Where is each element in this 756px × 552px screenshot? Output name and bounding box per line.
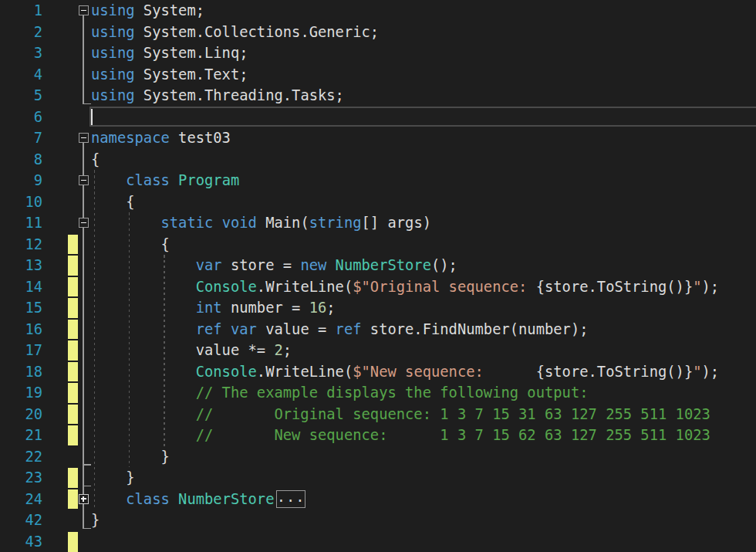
code-text[interactable]: // New sequence: 1 3 7 15 62 63 127 255 …	[91, 425, 710, 446]
token-number: 2	[274, 342, 282, 358]
line-number[interactable]: 20	[0, 404, 42, 425]
line-number[interactable]: 11	[0, 212, 42, 234]
code-text[interactable]: namespace test03	[91, 127, 231, 149]
code-line[interactable]: 5using System.Threading.Tasks;	[0, 85, 756, 107]
code-line[interactable]: 1using System;	[0, 0, 756, 22]
code-line[interactable]: 17 value *= 2;	[0, 340, 756, 361]
change-tracking-bar	[68, 468, 78, 488]
code-line[interactable]: 16 ref var value = ref store.FindNumber(…	[0, 319, 756, 340]
line-number[interactable]: 13	[0, 255, 42, 276]
code-line[interactable]: 22 }	[0, 446, 756, 468]
code-text[interactable]: }	[91, 467, 135, 489]
code-text[interactable]: // Original sequence: 1 3 7 15 31 63 127…	[91, 404, 710, 425]
fold-collapse-icon[interactable]	[79, 5, 89, 15]
token-string: "	[693, 279, 701, 295]
code-line[interactable]: 4using System.Text;	[0, 64, 756, 86]
token-keyword: var	[231, 321, 257, 337]
code-text[interactable]: static void Main(string[] args)	[91, 212, 431, 234]
outlining-line[interactable]	[83, 15, 84, 104]
code-line[interactable]: 21 // New sequence: 1 3 7 15 62 63 127 2…	[0, 425, 756, 446]
fold-expand-icon[interactable]	[79, 494, 89, 504]
code-line[interactable]: 3using System.Linq;	[0, 42, 756, 64]
code-line[interactable]: 13 var store = new NumberStore();	[0, 255, 756, 276]
outlining-foot	[83, 464, 91, 466]
code-line[interactable]: 6	[0, 107, 756, 128]
line-number[interactable]: 42	[0, 510, 42, 531]
code-text[interactable]: {	[91, 149, 100, 171]
code-text[interactable]: using System.Text;	[91, 64, 248, 86]
code-line[interactable]: 42}	[0, 510, 756, 531]
code-text[interactable]: using System.Collections.Generic;	[91, 22, 379, 43]
fold-collapse-icon[interactable]	[79, 218, 89, 228]
code-line[interactable]: 10 {	[0, 191, 756, 213]
outlining-foot	[83, 528, 91, 530]
code-text[interactable]: }	[91, 446, 170, 468]
change-tracking-bar	[68, 362, 78, 382]
code-text[interactable]: Console.WriteLine($"New sequence: {store…	[91, 361, 719, 383]
code-text[interactable]: using System.Threading.Tasks;	[91, 85, 344, 107]
code-text[interactable]: value *= 2;	[91, 340, 292, 361]
token-plain: System.Collections.Generic;	[135, 24, 380, 40]
line-number[interactable]: 16	[0, 319, 42, 340]
line-number[interactable]: 21	[0, 425, 42, 446]
code-text[interactable]: class Program	[91, 170, 239, 191]
line-number[interactable]: 9	[0, 170, 42, 191]
token-keyword: class	[126, 172, 170, 188]
code-text[interactable]: class NumberStore	[91, 489, 274, 510]
code-line[interactable]: 18 Console.WriteLine($"New sequence: {st…	[0, 361, 756, 383]
code-line[interactable]: 2using System.Collections.Generic;	[0, 22, 756, 43]
code-line[interactable]: 20 // Original sequence: 1 3 7 15 31 63 …	[0, 404, 756, 425]
line-number[interactable]: 5	[0, 85, 42, 107]
collapsed-region-box[interactable]: ...	[276, 490, 305, 508]
line-number[interactable]: 12	[0, 234, 42, 256]
code-line[interactable]: 15 int number = 16;	[0, 297, 756, 319]
outlining-line[interactable]	[83, 142, 84, 529]
code-line[interactable]: 19 // The example displays the following…	[0, 382, 756, 404]
code-text[interactable]: {	[91, 191, 135, 213]
line-number[interactable]: 19	[0, 382, 42, 404]
line-number[interactable]: 1	[0, 0, 42, 22]
code-text[interactable]: }	[91, 510, 100, 531]
fold-collapse-icon[interactable]	[79, 133, 89, 143]
token-plain	[91, 384, 196, 401]
token-keyword: new	[300, 257, 326, 273]
code-line[interactable]: 14 Console.WriteLine($"Original sequence…	[0, 276, 756, 298]
code-line[interactable]: 11 static void Main(string[] args)	[0, 212, 756, 234]
token-plain: [] args)	[362, 215, 431, 231]
code-text[interactable]: var store = new NumberStore();	[91, 255, 457, 276]
fold-glyph	[81, 10, 86, 12]
code-text[interactable]: {	[91, 234, 170, 256]
line-number[interactable]: 3	[0, 42, 42, 64]
line-number[interactable]: 24	[0, 489, 42, 510]
code-line[interactable]: 8{	[0, 149, 756, 171]
line-number[interactable]: 43	[0, 531, 42, 552]
code-text[interactable]: using System.Linq;	[91, 42, 248, 64]
line-number[interactable]: 2	[0, 22, 42, 43]
code-editor[interactable]: 1using System;2using System.Collections.…	[0, 0, 756, 552]
code-text[interactable]: Console.WriteLine($"Original sequence: {…	[91, 276, 719, 298]
code-line[interactable]: 23 }	[0, 467, 756, 489]
line-number[interactable]: 18	[0, 361, 42, 383]
line-number[interactable]: 7	[0, 127, 42, 149]
line-number[interactable]: 14	[0, 276, 42, 298]
code-text[interactable]: using System;	[91, 0, 204, 22]
code-line[interactable]: 43	[0, 531, 756, 552]
line-number[interactable]: 22	[0, 446, 42, 468]
token-plain: System;	[135, 2, 204, 19]
code-line[interactable]: 7namespace test03	[0, 127, 756, 149]
code-text[interactable]: // The example displays the following ou…	[91, 382, 589, 404]
line-number[interactable]: 6	[0, 107, 42, 128]
line-number[interactable]: 17	[0, 340, 42, 361]
fold-collapse-icon[interactable]	[79, 175, 89, 185]
line-number[interactable]: 23	[0, 467, 42, 489]
line-number[interactable]: 10	[0, 191, 42, 213]
code-line[interactable]: 9 class Program	[0, 170, 756, 191]
code-text[interactable]: int number = 16;	[91, 297, 336, 319]
code-text[interactable]: ref var value = ref store.FindNumber(num…	[91, 319, 589, 340]
code-line[interactable]: 24 class NumberStore...	[0, 489, 756, 510]
code-line[interactable]: 12 {	[0, 234, 756, 256]
line-number[interactable]: 15	[0, 297, 42, 319]
line-number[interactable]: 4	[0, 64, 42, 86]
token-plain	[326, 257, 335, 273]
line-number[interactable]: 8	[0, 149, 42, 171]
